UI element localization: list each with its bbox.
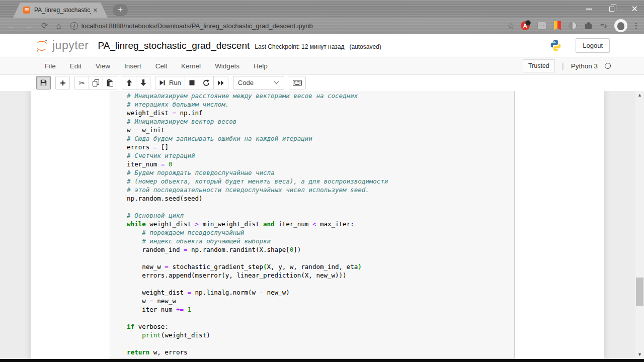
- menu-item-file[interactable]: File: [38, 62, 63, 70]
- code-line[interactable]: # Будем порождать псевдослучайные числа: [112, 168, 512, 177]
- code-line[interactable]: [112, 203, 512, 211]
- cell-type-dropdown[interactable]: Code: [233, 76, 284, 89]
- extensions-puzzle-icon[interactable]: [584, 22, 593, 30]
- paste-icon: [107, 79, 113, 86]
- page-scrollbar[interactable]: ▲ ▼: [635, 91, 644, 359]
- python-logo-icon: [549, 39, 562, 52]
- code-line[interactable]: [112, 339, 512, 348]
- menu-item-edit[interactable]: Edit: [63, 62, 89, 70]
- menu-item-kernel[interactable]: Kernel: [174, 62, 208, 70]
- menubar-divider: |: [562, 62, 564, 70]
- browser-tab[interactable]: PA_linreg_stochastic_grad_descen ✕: [13, 3, 108, 18]
- code-line[interactable]: # этой последовательности псевдослучайны…: [112, 186, 512, 194]
- browser-navbar: ← → ⟳ ⌂ i localhost:8888/notebooks/Downl…: [0, 18, 644, 34]
- notebook-title[interactable]: PA_linreg_stochastic_grad_descent: [98, 40, 250, 51]
- code-line[interactable]: # Инициализируем вектор весов: [112, 117, 512, 126]
- code-line[interactable]: weight_dist = np.inf: [112, 109, 512, 117]
- run-cell-button[interactable]: Run: [155, 76, 185, 89]
- code-line[interactable]: [112, 314, 512, 322]
- code-line[interactable]: # Основной цикл: [112, 211, 512, 220]
- url-text[interactable]: localhost:8888/notebooks/Downloads/PA_li…: [82, 22, 313, 30]
- code-line[interactable]: # порождаем псевдослучайный: [112, 228, 512, 237]
- reload-icon[interactable]: ⟳: [41, 22, 48, 30]
- paste-cell-button[interactable]: [103, 76, 117, 89]
- back-icon[interactable]: ←: [7, 22, 16, 30]
- menu-item-insert[interactable]: Insert: [117, 62, 148, 70]
- code-line[interactable]: [112, 254, 512, 262]
- code-line[interactable]: w = new_w: [112, 297, 512, 305]
- insert-cell-button[interactable]: [55, 76, 70, 89]
- menu-item-view[interactable]: View: [89, 62, 117, 70]
- arrow-up-icon: [126, 79, 132, 86]
- bookmarks-extension-icon[interactable]: [554, 21, 561, 30]
- command-palette-button[interactable]: [289, 76, 306, 89]
- browser-titlebar: PA_linreg_stochastic_grad_descen ✕ + ✕: [0, 0, 644, 18]
- adblock-extension-icon[interactable]: A: [521, 21, 530, 30]
- cut-cell-button[interactable]: ✂: [74, 76, 89, 89]
- code-line[interactable]: print(weight_dist): [112, 331, 512, 339]
- code-line[interactable]: w = w_init: [112, 126, 512, 134]
- logout-button[interactable]: Logout: [576, 38, 610, 53]
- code-line[interactable]: weight_dist = np.linalg.norm(w - new_w): [112, 288, 512, 297]
- scrollbar-down-icon[interactable]: ▼: [635, 350, 644, 359]
- run-label: Run: [169, 79, 181, 86]
- code-line[interactable]: errors.append(mserror(y, linear_predicti…: [112, 271, 512, 280]
- code-line[interactable]: while weight_dist > min_weight_dist and …: [112, 220, 512, 228]
- code-line[interactable]: if verbose:: [112, 322, 512, 331]
- code-line[interactable]: np.random.seed(seed): [112, 194, 512, 203]
- profile-avatar[interactable]: [614, 19, 627, 32]
- copy-cell-button[interactable]: [89, 76, 103, 89]
- restart-kernel-button[interactable]: [199, 76, 214, 89]
- plus-icon: [60, 80, 66, 86]
- kernel-name: Python 3: [571, 62, 598, 70]
- code-line[interactable]: # Инициализируем расстояние между вектор…: [112, 92, 512, 100]
- code-line[interactable]: new_w = stochastic_gradient_step(X, y, w…: [112, 262, 512, 271]
- site-info-icon[interactable]: i: [70, 22, 78, 30]
- code-line[interactable]: # Сюда будем записывать ошибки на каждой…: [112, 134, 512, 143]
- menu-item-widgets[interactable]: Widgets: [208, 62, 247, 70]
- code-line[interactable]: return w, errors: [112, 348, 512, 356]
- notebook-site[interactable]: # Инициализируем расстояние между вектор…: [0, 91, 644, 359]
- code-line[interactable]: random_ind = np.random.randint(X.shape[0…: [112, 245, 512, 254]
- code-line[interactable]: # (номер объекта, который будет менять в…: [112, 177, 512, 186]
- window-close-icon[interactable]: ✕: [631, 5, 638, 13]
- code-line[interactable]: errors = []: [112, 143, 512, 151]
- media-list-icon[interactable]: ≡♪: [600, 22, 607, 30]
- bookmark-star-icon[interactable]: ☆: [507, 21, 515, 31]
- home-icon[interactable]: ⌂: [56, 22, 61, 30]
- code-line[interactable]: [112, 280, 512, 288]
- menu-item-help[interactable]: Help: [247, 62, 275, 70]
- save-icon: [40, 79, 47, 86]
- code-line[interactable]: # Счетчик итераций: [112, 151, 512, 160]
- code-line[interactable]: # индекс объекта обучающей выборки: [112, 237, 512, 245]
- arrow-down-icon: [140, 79, 146, 86]
- code-line[interactable]: iter_num += 1: [112, 305, 512, 314]
- kernel-idle-icon: [605, 63, 611, 69]
- interrupt-kernel-button[interactable]: [185, 76, 199, 89]
- move-cell-down-button[interactable]: [136, 76, 150, 89]
- cell-input-area[interactable]: # Инициализируем расстояние между вектор…: [110, 91, 515, 359]
- move-cell-up-button[interactable]: [122, 76, 136, 89]
- trusted-badge[interactable]: Trusted: [523, 59, 555, 72]
- minimize-icon[interactable]: [586, 9, 592, 10]
- tab-close-icon[interactable]: ✕: [93, 8, 98, 13]
- forward-icon[interactable]: →: [25, 22, 33, 30]
- halfmoon-extension-icon[interactable]: [569, 22, 577, 30]
- jupyter-logo[interactable]: jupyter: [34, 38, 89, 53]
- restore-icon[interactable]: [609, 7, 614, 12]
- restart-run-all-button[interactable]: [213, 76, 228, 89]
- chevron-down-icon: [274, 81, 279, 84]
- restart-icon: [203, 79, 210, 86]
- scrollbar-up-icon[interactable]: ▲: [635, 91, 644, 100]
- code-line[interactable]: # итерациях большим числом.: [112, 100, 512, 109]
- code-lines[interactable]: # Инициализируем расстояние между вектор…: [110, 91, 514, 357]
- stop-icon: [189, 80, 195, 85]
- save-button[interactable]: [36, 76, 51, 89]
- new-tab-button[interactable]: +: [113, 4, 128, 16]
- extension-icon-gray[interactable]: [537, 22, 546, 30]
- menu-item-cell[interactable]: Cell: [148, 62, 174, 70]
- scrollbar-thumb[interactable]: [636, 278, 643, 306]
- address-bar[interactable]: i localhost:8888/notebooks/Downloads/PA_…: [70, 22, 503, 30]
- browser-menu-icon[interactable]: ⋮: [632, 21, 640, 30]
- code-line[interactable]: iter_num = 0: [112, 160, 512, 168]
